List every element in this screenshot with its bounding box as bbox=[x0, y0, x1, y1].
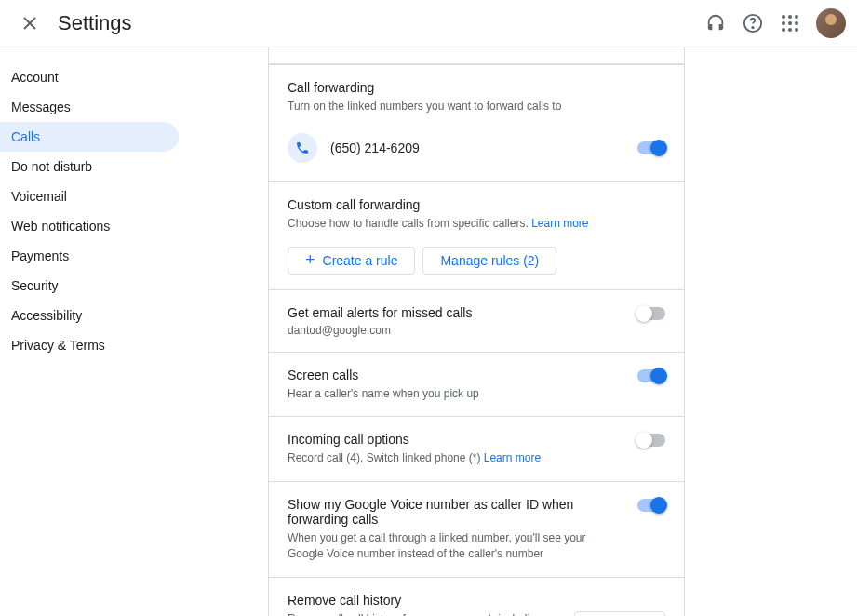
incoming-options-section: Incoming call options Record call (4), S… bbox=[269, 416, 684, 481]
email-alerts-section: Get email alerts for missed calls dantod… bbox=[269, 289, 684, 352]
call-forwarding-section: Call forwarding Turn on the linked numbe… bbox=[269, 64, 684, 181]
sidebar-item-label: Security bbox=[11, 278, 59, 293]
sidebar-item-label: Payments bbox=[11, 248, 69, 263]
subtitle-text: Record call (4), Switch linked phone (*) bbox=[288, 451, 484, 464]
section-subtitle: Record call (4), Switch linked phone (*)… bbox=[288, 450, 619, 466]
section-title: Screen calls bbox=[288, 368, 619, 382]
page-title: Settings bbox=[58, 11, 132, 35]
sidebar: Account Messages Calls Do not disturb Vo… bbox=[0, 47, 179, 616]
phone-icon-wrap bbox=[288, 133, 317, 163]
apps-button[interactable] bbox=[771, 5, 809, 42]
support-button[interactable] bbox=[697, 5, 734, 42]
email-alerts-toggle[interactable] bbox=[637, 307, 665, 320]
header: Settings bbox=[0, 0, 857, 47]
plus-icon: + bbox=[305, 250, 315, 270]
section-title: Call forwarding bbox=[288, 80, 665, 95]
body: Account Messages Calls Do not disturb Vo… bbox=[0, 47, 857, 616]
sidebar-item-label: Do not disturb bbox=[11, 159, 92, 174]
section-title: Remove call history bbox=[288, 593, 563, 608]
sidebar-item-label: Calls bbox=[11, 129, 40, 144]
sidebar-item-voicemail[interactable]: Voicemail bbox=[0, 181, 179, 211]
learn-more-link[interactable]: Learn more bbox=[531, 217, 588, 230]
sidebar-item-label: Privacy & Terms bbox=[11, 338, 105, 353]
section-subtitle: Turn on the linked numbers you want to f… bbox=[288, 99, 665, 114]
remove-button[interactable]: Remove bbox=[574, 611, 665, 616]
button-label: Manage rules (2) bbox=[440, 253, 539, 268]
subtitle-text: Remove all call history from your accoun… bbox=[288, 612, 542, 616]
sidebar-item-security[interactable]: Security bbox=[0, 271, 179, 301]
sidebar-item-privacy[interactable]: Privacy & Terms bbox=[0, 330, 179, 360]
close-button[interactable] bbox=[11, 5, 48, 42]
sidebar-item-payments[interactable]: Payments bbox=[0, 241, 179, 271]
headset-icon bbox=[705, 13, 726, 33]
remove-row: Remove call history Remove all call hist… bbox=[288, 593, 665, 616]
sidebar-item-label: Web notifications bbox=[11, 219, 110, 234]
help-button[interactable] bbox=[734, 5, 771, 42]
section-title: Get email alerts for missed calls bbox=[288, 305, 619, 320]
manage-rules-button[interactable]: Manage rules (2) bbox=[422, 247, 556, 275]
button-label: Create a rule bbox=[323, 253, 398, 268]
linked-number-row: (650) 214-6209 bbox=[288, 133, 665, 163]
sidebar-item-account[interactable]: Account bbox=[0, 62, 179, 92]
caller-id-section: Show my Google Voice number as caller ID… bbox=[269, 481, 684, 577]
sidebar-item-calls[interactable]: Calls bbox=[0, 122, 179, 152]
section-subtitle: Hear a caller's name when you pick up bbox=[288, 386, 619, 402]
content: Call forwarding Turn on the linked numbe… bbox=[179, 47, 857, 616]
sidebar-item-label: Messages bbox=[11, 100, 71, 114]
buttons-row: + Create a rule Manage rules (2) bbox=[288, 247, 665, 275]
incoming-options-toggle[interactable] bbox=[637, 434, 665, 447]
subtitle-text: Choose how to handle calls from specific… bbox=[288, 217, 531, 230]
sidebar-item-label: Account bbox=[11, 70, 59, 85]
sidebar-item-label: Voicemail bbox=[11, 189, 67, 204]
caller-id-toggle[interactable] bbox=[637, 499, 665, 512]
close-icon bbox=[19, 12, 41, 34]
section-subtitle: When you get a call through a linked num… bbox=[288, 530, 619, 562]
learn-more-link[interactable]: Learn more bbox=[484, 451, 541, 464]
section-subtitle: Choose how to handle calls from specific… bbox=[288, 216, 665, 232]
svg-point-3 bbox=[752, 27, 753, 28]
avatar[interactable] bbox=[816, 8, 846, 38]
sidebar-item-accessibility[interactable]: Accessibility bbox=[0, 301, 179, 330]
sidebar-item-messages[interactable]: Messages bbox=[0, 92, 179, 122]
remove-history-section: Remove call history Remove all call hist… bbox=[269, 577, 684, 616]
phone-number: (650) 214-6209 bbox=[330, 141, 637, 155]
create-rule-button[interactable]: + Create a rule bbox=[288, 247, 415, 275]
custom-forwarding-section: Custom call forwarding Choose how to han… bbox=[269, 181, 684, 289]
calls-settings-card: Call forwarding Turn on the linked numbe… bbox=[268, 47, 685, 616]
help-icon bbox=[743, 13, 763, 33]
screen-calls-section: Screen calls Hear a caller's name when y… bbox=[269, 352, 684, 417]
section-subtitle: Remove all call history from your accoun… bbox=[288, 611, 563, 616]
section-title: Incoming call options bbox=[288, 432, 619, 447]
section-title: Custom call forwarding bbox=[288, 197, 665, 212]
apps-grid-icon bbox=[782, 15, 798, 32]
section-title: Show my Google Voice number as caller ID… bbox=[288, 497, 619, 527]
remove-text: Remove call history Remove all call hist… bbox=[288, 593, 563, 616]
forwarding-toggle[interactable] bbox=[637, 141, 665, 154]
screen-calls-toggle[interactable] bbox=[637, 369, 665, 382]
previous-section-sliver bbox=[269, 47, 684, 64]
email-address: dantod@google.com bbox=[288, 324, 619, 337]
sidebar-item-label: Accessibility bbox=[11, 308, 82, 323]
sidebar-item-dnd[interactable]: Do not disturb bbox=[0, 152, 179, 181]
phone-icon bbox=[295, 141, 310, 155]
sidebar-item-web-notifications[interactable]: Web notifications bbox=[0, 211, 179, 241]
